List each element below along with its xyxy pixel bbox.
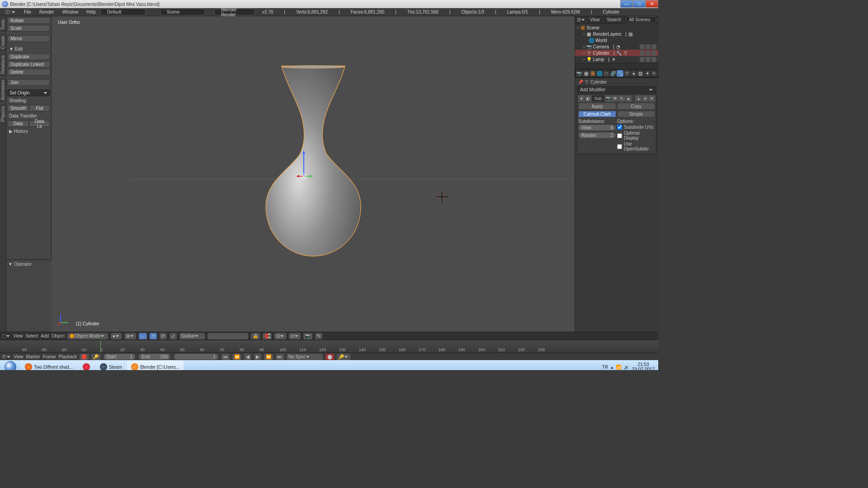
jump-end-icon[interactable]: ⏭: [276, 354, 284, 360]
gpencil-icon[interactable]: ✎: [315, 333, 322, 339]
start-frame-field[interactable]: Start:1: [103, 353, 136, 360]
tray-volume-icon[interactable]: 🔊: [624, 365, 629, 370]
outliner-editor-icon[interactable]: ☰⏷: [577, 17, 585, 22]
render-subdivisions-field[interactable]: Render:2: [578, 132, 616, 139]
outliner-item-lamp[interactable]: ◦💡Lamp|☀: [575, 56, 658, 62]
copy-button[interactable]: Copy: [617, 103, 655, 110]
tl-view[interactable]: View: [14, 354, 24, 359]
outliner-view[interactable]: View: [587, 17, 603, 23]
outliner-filter-dropdown[interactable]: All Scenes: [626, 16, 656, 23]
tab-modifiers-icon[interactable]: 🔧: [617, 70, 623, 77]
scale-button[interactable]: Scale: [7, 25, 50, 32]
taskbar-opera[interactable]: [78, 361, 95, 370]
smooth-button[interactable]: Smooth: [7, 105, 29, 112]
play-icon[interactable]: ▶: [254, 354, 261, 360]
render-icon[interactable]: [651, 57, 656, 62]
tray-network-icon[interactable]: 📶: [616, 365, 621, 370]
tab-object-icon[interactable]: □: [603, 70, 609, 77]
cursor-icon[interactable]: [646, 44, 651, 49]
screen-layout-dropdown[interactable]: Default: [100, 9, 146, 15]
taskbar-firefox[interactable]: Two Diffrent shad...: [21, 361, 77, 370]
data-button[interactable]: Data: [7, 120, 29, 127]
shading-mode-icon[interactable]: ●⏷: [111, 333, 122, 339]
simple-tab[interactable]: Simple: [617, 111, 655, 117]
flat-button[interactable]: Flat: [29, 105, 50, 112]
header-select[interactable]: Select: [26, 333, 38, 338]
menu-help[interactable]: Help: [83, 9, 99, 15]
duplicate-button[interactable]: Duplicate: [7, 53, 50, 60]
manipulator-rotate-icon[interactable]: ⟳: [160, 333, 167, 339]
keying-set-icon[interactable]: 🔑: [91, 354, 100, 360]
play-reverse-icon[interactable]: ◀: [244, 354, 251, 360]
manipulator-toggle[interactable]: ↔: [139, 333, 147, 339]
use-opensubdiv-checkbox[interactable]: Use OpenSubdiv: [617, 141, 655, 152]
outliner-item-scene[interactable]: ◦🔆Scene: [575, 24, 658, 31]
modifier-name-field[interactable]: Sub: [592, 95, 604, 102]
manipulator-translate-icon[interactable]: ⤧: [150, 333, 157, 339]
tl-playback[interactable]: Playback: [59, 354, 77, 359]
cursor-icon[interactable]: [646, 57, 651, 62]
eye-icon[interactable]: [640, 57, 645, 62]
menu-file[interactable]: File: [20, 9, 35, 15]
join-button[interactable]: Join: [7, 79, 50, 86]
tab-scene-icon[interactable]: 🔆: [590, 70, 596, 77]
taskbar-blender[interactable]: Blender [C:\Users...: [127, 361, 184, 370]
tab-particles-icon[interactable]: ✦: [644, 70, 651, 77]
edit-toggle-icon[interactable]: ✎: [618, 95, 625, 102]
move-up-icon[interactable]: ▴: [635, 95, 642, 102]
apply-button[interactable]: Apply: [578, 103, 616, 110]
render-icon[interactable]: [651, 51, 656, 56]
outliner-item-camera[interactable]: ◦📷Camera|◔: [575, 43, 658, 50]
maximize-button[interactable]: □: [633, 0, 646, 8]
editor-type-icon[interactable]: ⓘ ⏷: [2, 9, 19, 16]
tab-physics[interactable]: Physics: [0, 103, 6, 124]
mode-dropdown[interactable]: 🔶 Object Mode ⏷: [67, 333, 108, 339]
cursor-icon[interactable]: [646, 51, 651, 56]
lock-camera-icon[interactable]: 🔒: [251, 333, 260, 339]
next-key-icon[interactable]: ⏩: [264, 354, 273, 360]
tab-tools[interactable]: Tools: [0, 16, 6, 33]
taskbar-steam[interactable]: Steam: [96, 361, 126, 370]
menu-render[interactable]: Render: [36, 9, 58, 15]
pin-icon[interactable]: 📌: [578, 80, 583, 84]
end-frame-field[interactable]: End:250: [138, 353, 171, 360]
render-toggle-icon[interactable]: 📷: [605, 95, 611, 102]
timeline-editor-icon[interactable]: ⏱⏷: [2, 354, 11, 359]
render-engine-dropdown[interactable]: Blender Render: [214, 9, 255, 15]
data-layout-button[interactable]: Data La: [29, 120, 51, 127]
move-down-icon[interactable]: ▾: [642, 95, 648, 102]
outliner-item-world[interactable]: 🌐World: [575, 37, 658, 43]
autokey-icon[interactable]: 🔴: [80, 354, 89, 360]
layers-grid[interactable]: [208, 333, 248, 339]
delete-button[interactable]: Delete: [7, 69, 50, 75]
prev-key-icon[interactable]: ⏪: [232, 354, 241, 360]
transform-manipulator[interactable]: [296, 146, 323, 181]
tab-animation[interactable]: Animation: [0, 77, 6, 103]
catmull-clark-tab[interactable]: Catmull-Clark: [578, 111, 616, 117]
delete-modifier-icon[interactable]: ✕: [649, 95, 655, 102]
tab-constraints-icon[interactable]: 🔗: [610, 70, 616, 77]
tab-data-icon[interactable]: ▽: [624, 70, 630, 77]
tray-flag-icon[interactable]: ▴: [611, 365, 613, 370]
editor-type-icon[interactable]: ⬚⏷: [2, 333, 10, 338]
tab-world-icon[interactable]: 🌐: [596, 70, 603, 77]
tab-layers-icon[interactable]: ▦: [583, 70, 589, 77]
proportional-edit-icon[interactable]: ⊙⏷: [289, 333, 301, 339]
tab-material-icon[interactable]: ●: [631, 70, 637, 77]
history-section[interactable]: ▶ History: [7, 128, 50, 135]
sync-dropdown[interactable]: No Sync ⏷: [287, 354, 323, 360]
pivot-icon[interactable]: ⊕⏷: [124, 333, 136, 339]
subdivide-uvs-checkbox[interactable]: Subdivide UVs: [617, 124, 655, 130]
snap-toggle-icon[interactable]: 🧲: [263, 333, 272, 339]
set-origin-dropdown[interactable]: Set Origin⏷: [7, 89, 50, 96]
header-object[interactable]: Object: [52, 333, 65, 338]
header-add[interactable]: Add: [41, 333, 49, 338]
tab-relations[interactable]: Relations: [0, 52, 6, 77]
cage-toggle-icon[interactable]: ▲: [625, 95, 632, 102]
manipulator-scale-icon[interactable]: ⤢: [170, 333, 177, 339]
render-preview-icon[interactable]: 📷: [303, 333, 312, 339]
collapse-icon[interactable]: ▾: [578, 95, 585, 102]
snap-element-icon[interactable]: ⊡⏷: [274, 333, 286, 339]
add-modifier-dropdown[interactable]: Add Modifier⏷: [577, 86, 656, 93]
outliner-search[interactable]: Search: [604, 17, 624, 23]
